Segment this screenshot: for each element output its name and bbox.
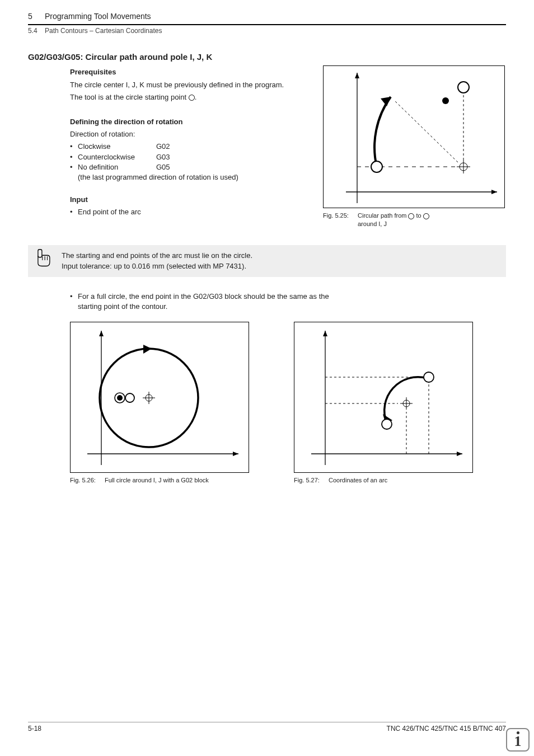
- note-callout: The starting and end points of the arc m…: [28, 245, 506, 276]
- svg-marker-23: [143, 345, 152, 354]
- info-icon: 1: [506, 728, 530, 752]
- list-item: CounterclockwiseG03: [70, 152, 506, 162]
- svg-marker-19: [233, 452, 238, 456]
- figure-5-27: Fig. 5.27: Coordinates of an arc: [294, 322, 473, 485]
- list-item: No definitionG05(the last programmed dir…: [70, 162, 506, 182]
- list-item: End point of the arc: [70, 207, 506, 217]
- figure-5-27-frame: [294, 322, 473, 473]
- page-number: 5-18: [28, 724, 41, 734]
- chapter-title: Programming Tool Movements: [45, 11, 151, 22]
- svg-point-43: [382, 419, 392, 429]
- svg-point-40: [424, 372, 434, 382]
- section-title-text: Path Contours – Cartesian Coordinates: [45, 26, 162, 36]
- direction-list: ClockwiseG02 CounterclockwiseG03 No defi…: [70, 142, 506, 182]
- page-footer: 5-18 TNC 426/TNC 425/TNC 415 B/TNC 407: [28, 722, 506, 734]
- svg-marker-3: [355, 73, 359, 78]
- hand-pointing-icon: [34, 248, 53, 268]
- svg-marker-1: [491, 190, 497, 194]
- figure-5-26-svg: [71, 322, 250, 473]
- svg-marker-10: [381, 97, 391, 106]
- svg-point-13: [458, 82, 469, 93]
- figure-5-27-caption: Fig. 5.27: Coordinates of an arc: [294, 476, 473, 485]
- svg-rect-14: [38, 250, 42, 257]
- list-item: For a full circle, the end point in the …: [70, 292, 333, 312]
- svg-point-27: [125, 393, 134, 402]
- svg-marker-33: [323, 331, 327, 336]
- note-line1: The starting and end points of the arc m…: [62, 251, 499, 261]
- figure-5-26-caption: Fig. 5.26: Full circle around I, J with …: [70, 476, 249, 485]
- svg-point-12: [442, 97, 449, 104]
- fullcircle-list: For a full circle, the end point in the …: [70, 292, 506, 312]
- chapter-header: 5 Programming Tool Movements: [28, 11, 506, 22]
- svg-point-28: [117, 395, 123, 401]
- figure-5-26-label: Fig. 5.26:: [70, 476, 105, 485]
- chapter-number: 5: [28, 11, 45, 22]
- footer-product: TNC 426/TNC 425/TNC 415 B/TNC 407: [387, 724, 506, 734]
- section-number: 5.4: [28, 26, 45, 36]
- section-header: 5.4 Path Contours – Cartesian Coordinate…: [28, 24, 506, 36]
- note-line2: Input tolerance: up to 0.016 mm (selecte…: [62, 261, 499, 271]
- list-item: ClockwiseG02: [70, 142, 506, 152]
- page-title: G02/G03/G05: Circular path around pole I…: [28, 51, 506, 63]
- input-list: End point of the arc: [70, 207, 506, 217]
- figure-5-26: Fig. 5.26: Full circle around I, J with …: [70, 322, 249, 485]
- figure-5-27-svg: [294, 322, 474, 473]
- figure-5-25-svg: [324, 66, 505, 209]
- circle-icon: [189, 95, 195, 101]
- svg-marker-21: [99, 331, 104, 336]
- figure-5-27-label: Fig. 5.27:: [294, 476, 329, 485]
- figure-5-25-frame: [323, 65, 505, 208]
- svg-marker-31: [457, 452, 462, 456]
- figure-5-26-frame: [70, 322, 249, 473]
